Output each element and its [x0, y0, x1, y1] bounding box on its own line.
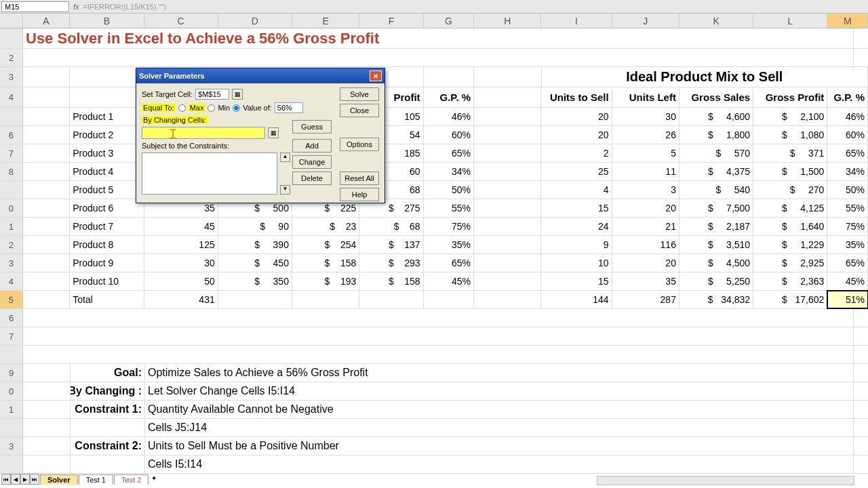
row-header[interactable]: 0: [0, 199, 23, 217]
total-label[interactable]: Total: [70, 291, 144, 308]
tab-nav-first-icon[interactable]: ⏮: [1, 474, 11, 485]
cell[interactable]: Use Solver in Excel to Achieve a 56% Gro…: [23, 28, 854, 48]
row-header[interactable]: 7: [0, 144, 23, 162]
tab-nav-last-icon[interactable]: ⏭: [30, 474, 39, 485]
formula-text[interactable]: =IFERROR((L15/K15),""): [83, 3, 166, 11]
product-name[interactable]: Product 4: [70, 163, 144, 180]
range-picker-icon[interactable]: ▦: [268, 127, 279, 138]
col-header-A[interactable]: A: [23, 14, 71, 28]
product-name[interactable]: Product 10: [70, 272, 144, 290]
product-name[interactable]: Product 5: [70, 181, 144, 199]
scroll-up-icon[interactable]: ▲: [280, 152, 290, 162]
goal-label[interactable]: Goal:: [71, 364, 145, 382]
table-row: 4Product 1050$ 350$ 193$ 15845%1535$ 5,2…: [0, 272, 868, 291]
tab-solver[interactable]: Solver: [40, 474, 78, 485]
row-header[interactable]: 1: [0, 218, 23, 235]
row-header[interactable]: 8: [0, 163, 23, 180]
changing-label[interactable]: By Changing :: [71, 382, 145, 400]
col-header-I[interactable]: I: [541, 14, 612, 28]
col-header-F[interactable]: F: [359, 14, 423, 28]
hdr-gp2[interactable]: G.P. %: [827, 87, 868, 107]
new-sheet-icon[interactable]: ✦: [151, 474, 162, 484]
guess-button[interactable]: Guess: [292, 120, 332, 134]
changing-cells-input[interactable]: [142, 127, 265, 139]
constraints-listbox[interactable]: [142, 152, 277, 195]
row-header[interactable]: [0, 108, 23, 125]
product-name[interactable]: Product 2: [70, 126, 144, 144]
product-name[interactable]: Product 9: [70, 254, 144, 272]
range-picker-icon[interactable]: ▦: [232, 89, 243, 100]
tab-nav-next-icon[interactable]: ▶: [20, 474, 30, 485]
max-radio[interactable]: [178, 104, 186, 112]
hdr-gp[interactable]: G.P. %: [424, 87, 475, 107]
table-row: 0Product 635$ 500$ 225$ 27555%1520$ 7,50…: [0, 199, 868, 218]
close-button[interactable]: Close: [340, 104, 379, 117]
col-header-H[interactable]: H: [474, 14, 541, 28]
row-header[interactable]: 2: [0, 49, 23, 66]
row-header[interactable]: 3: [0, 67, 23, 87]
change-button[interactable]: Change: [292, 155, 332, 169]
tab-nav-prev-icon[interactable]: ◀: [11, 474, 20, 485]
row-2: 2: [0, 49, 868, 67]
col-header-M[interactable]: M: [827, 14, 868, 28]
delete-button[interactable]: Delete: [292, 171, 332, 185]
tab-test2[interactable]: Test 2: [114, 474, 149, 485]
target-cell-input[interactable]: [195, 89, 229, 100]
table-row: 2Product 8125$ 390$ 254$ 13735%9116$ 3,5…: [0, 236, 868, 254]
goal-text[interactable]: Optimize Sales to Achieve a 56% Gross Pr…: [145, 364, 854, 382]
row-col-labels: 4 Profit G.P. % Units to Sell Units Left…: [0, 87, 868, 108]
constraint1-label[interactable]: Constraint 1:: [71, 401, 145, 418]
by-changing-label: By Changing Cells:: [142, 116, 208, 124]
col-header-D[interactable]: D: [218, 14, 292, 28]
cell[interactable]: [23, 49, 854, 66]
table-row: 6Product 25460%2026$ 1,800$ 1,08060%: [0, 126, 868, 144]
row-header[interactable]: 2: [0, 236, 23, 253]
close-icon[interactable]: ✕: [370, 70, 382, 81]
fx-icon[interactable]: fx: [73, 3, 79, 11]
row-header[interactable]: [0, 28, 23, 48]
reset-all-button[interactable]: Reset All: [340, 171, 379, 185]
hdr-units-left[interactable]: Units Left: [612, 87, 679, 107]
col-header-C[interactable]: C: [144, 14, 218, 28]
hdr-gross-sales[interactable]: Gross Sales: [679, 87, 753, 107]
col-header-L[interactable]: L: [753, 14, 827, 28]
col-header-J[interactable]: J: [612, 14, 679, 28]
tab-test1[interactable]: Test 1: [79, 474, 113, 485]
row-header[interactable]: 6: [0, 126, 23, 144]
row-header[interactable]: 5: [0, 291, 23, 308]
row-header[interactable]: 3: [0, 254, 23, 272]
scroll-down-icon[interactable]: ▼: [280, 185, 290, 195]
solve-button[interactable]: Solve: [340, 87, 379, 101]
col-header-B[interactable]: B: [70, 14, 144, 28]
hdr-units-sell[interactable]: Units to Sell: [541, 87, 612, 107]
table-row: Product 110546%2030$ 4,600$ 2,10046%: [0, 108, 868, 126]
hdr-gross-profit[interactable]: Gross Profit: [753, 87, 827, 107]
min-radio[interactable]: [208, 104, 215, 112]
product-name[interactable]: Product 6: [70, 199, 144, 217]
row-header[interactable]: 4: [0, 272, 23, 290]
product-name[interactable]: Product 7: [70, 218, 144, 235]
value-of-radio[interactable]: [233, 104, 240, 112]
row-total: 5 Total 431 144 287 $ 34,832 $ 17,602 51…: [0, 291, 868, 309]
help-button[interactable]: Help: [340, 188, 379, 201]
selected-cell[interactable]: 51%: [827, 291, 868, 308]
table-row: 1Product 745$ 90$ 23$ 6875%2421$ 2,187$ …: [0, 218, 868, 236]
value-of-input[interactable]: [275, 102, 303, 113]
constraint2-label[interactable]: Constraint 2:: [71, 437, 145, 455]
ideal-header[interactable]: Ideal Product Mix to Sell: [542, 67, 868, 87]
horizontal-scrollbar[interactable]: [597, 476, 854, 485]
row-header[interactable]: 4: [0, 87, 23, 107]
name-box[interactable]: M15: [1, 1, 69, 12]
col-header-K[interactable]: K: [679, 14, 753, 28]
product-name[interactable]: Product 3: [70, 144, 144, 162]
select-all-corner[interactable]: [0, 14, 23, 28]
product-name[interactable]: Product 1: [70, 108, 144, 125]
add-button[interactable]: Add: [292, 139, 332, 152]
options-button[interactable]: Options: [340, 138, 379, 151]
product-name[interactable]: Product 8: [70, 236, 144, 253]
col-header-E[interactable]: E: [292, 14, 359, 28]
dialog-titlebar[interactable]: Solver Parameters ✕: [136, 68, 384, 83]
col-header-G[interactable]: G: [424, 14, 474, 28]
row-header[interactable]: [0, 181, 23, 199]
dialog-title: Solver Parameters: [139, 72, 205, 80]
